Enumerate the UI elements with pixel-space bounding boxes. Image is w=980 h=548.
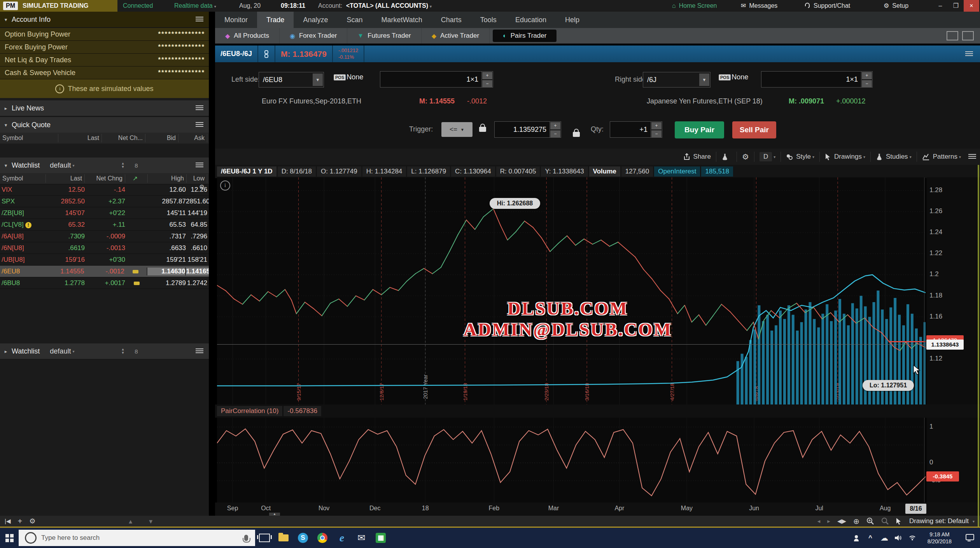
quick-quote-header[interactable]: ▾ Quick Quote — [0, 117, 209, 133]
wl-col-Last[interactable]: Last — [46, 174, 85, 183]
lock-icon[interactable] — [479, 127, 486, 132]
trigger-operator-dropdown[interactable]: <=▼ — [441, 122, 472, 137]
watchlist-row-/ZB[U8][interactable]: /ZB[U8]145'07+0'22145'11144'19 — [0, 207, 209, 219]
onedrive-cloud-icon[interactable]: ☁ — [877, 528, 891, 548]
section-menu-icon[interactable] — [196, 105, 203, 111]
left-symbol-dropdown[interactable]: /6EU8▼ — [259, 72, 324, 88]
network-icon[interactable] — [905, 528, 919, 548]
menu-tab-charts[interactable]: Charts — [432, 12, 471, 28]
price-chart[interactable]: 2017 Year9/15/1712/8/171/19/182/23/183/1… — [217, 177, 926, 404]
wl-col-chart[interactable]: ↗ — [125, 174, 148, 183]
wl-col-Symbol[interactable]: Symbol — [0, 174, 46, 183]
section-menu-icon[interactable] — [196, 17, 203, 22]
watchlist-row-VIX[interactable]: VIX12.50-.1412.6012.26 — [0, 184, 209, 196]
collapse-arrow-icon[interactable]: ▾ — [0, 163, 12, 168]
pan-left-icon[interactable]: ◂ — [817, 518, 821, 525]
drawing-set-selector[interactable]: Drawing set: Default — [909, 517, 969, 525]
share-button[interactable]: Share — [678, 152, 716, 162]
qq-col-Symbol[interactable]: Symbol — [0, 134, 58, 142]
style-dropdown[interactable]: Style▾ — [781, 152, 820, 162]
watchlist-row-/6A[U8][interactable]: /6A[U8].7309-.0009.7317.7296 — [0, 231, 209, 242]
messages-button[interactable]: ✉Messages — [741, 0, 777, 12]
task-view-button[interactable] — [255, 528, 274, 548]
sort-updown-icon[interactable]: ▲▼ — [121, 348, 124, 355]
pairbar-menu-icon[interactable] — [965, 51, 973, 57]
chart-menu-icon[interactable] — [968, 154, 976, 159]
spinner-buttons[interactable]: +− — [861, 72, 872, 87]
gear-icon[interactable]: ⚙ — [29, 517, 35, 525]
tray-expand-icon[interactable]: ^ — [863, 528, 877, 548]
mail-button[interactable]: ✉ — [352, 528, 371, 548]
section-menu-icon[interactable] — [196, 122, 203, 128]
internet-explorer-button[interactable]: e — [332, 528, 352, 548]
watchlist-row-/6BU8[interactable]: /6BU81.2778+.00171.27891.2742 — [0, 277, 209, 289]
chart-info-icon[interactable]: i — [220, 180, 230, 191]
watchlist2-header[interactable]: ▸ Watchlist default▾ ▲▼ 8 — [0, 343, 209, 359]
taskbar-search-input[interactable]: Type here to search — [19, 530, 255, 546]
watchlist2-preset-dropdown[interactable]: default — [50, 347, 71, 355]
spinner-buttons[interactable]: +− — [651, 122, 662, 137]
layout-grid-icon[interactable] — [962, 31, 974, 40]
account-selector[interactable]: <TOTAL> (ALL ACCOUNTS)▾ — [346, 0, 432, 12]
wl-col-High[interactable]: High — [148, 174, 187, 183]
subtab-pairs-trader[interactable]: ◐Pairs Trader — [493, 30, 556, 42]
menu-tab-tools[interactable]: Tools — [471, 12, 506, 28]
people-icon[interactable] — [849, 528, 863, 548]
sort-updown-icon[interactable]: ▲▼ — [121, 162, 124, 169]
live-news-header[interactable]: ▸ Live News — [0, 100, 209, 116]
zoom-out-icon[interactable] — [881, 517, 889, 525]
expand-horizontal-icon[interactable]: ◀▶ — [837, 518, 846, 525]
qq-col-Last[interactable]: Last — [58, 134, 102, 142]
expand-arrow-icon[interactable]: ▸ — [0, 348, 12, 354]
pair-symbol[interactable]: /6EU8-/6J — [215, 46, 258, 62]
drawings-dropdown[interactable]: Drawings▾ — [820, 152, 871, 162]
spinner-buttons[interactable]: +− — [481, 72, 493, 87]
subtab-all-products[interactable]: ◆All Products — [215, 28, 280, 44]
studies-dropdown[interactable]: Studies▾ — [871, 152, 917, 162]
microphone-icon[interactable] — [244, 535, 248, 541]
menu-tab-scan[interactable]: Scan — [337, 12, 372, 28]
qty-input[interactable]: +1+− — [610, 121, 662, 138]
pointer-tool-icon[interactable] — [896, 518, 902, 525]
zoom-in-icon[interactable] — [866, 517, 874, 525]
setup-button[interactable]: ⚙Setup — [884, 0, 908, 12]
account-info-header[interactable]: ▾ Account Info — [0, 12, 209, 28]
menu-tab-help[interactable]: Help — [556, 12, 589, 28]
buy-pair-button[interactable]: Buy Pair — [675, 121, 724, 138]
link-chain-icon[interactable]: 8 — [135, 162, 138, 169]
right-ratio-spinner[interactable]: 1×1+− — [761, 71, 873, 88]
subtab-active-trader[interactable]: ◆Active Trader — [422, 28, 490, 44]
spinner-buttons[interactable]: +− — [550, 122, 561, 137]
realtime-data-status[interactable]: Realtime data▾ — [174, 0, 216, 12]
correlation-study-label[interactable]: PairCorrelation (10) — [217, 406, 282, 416]
scroll-up-icon[interactable]: ▲ — [128, 518, 133, 525]
subtab-futures-trader[interactable]: ▼Futures Trader — [347, 28, 421, 44]
watchlist-row-/UB[U8][interactable]: /UB[U8]159'16+0'30159'21158'21 — [0, 254, 209, 266]
home-screen-button[interactable]: ⌂Home Screen — [672, 0, 717, 12]
speaker-icon[interactable] — [891, 528, 905, 548]
collapse-sidebar-icon[interactable]: |◀ — [5, 518, 10, 525]
menu-tab-monitor[interactable]: Monitor — [215, 12, 257, 28]
link-chain-icon[interactable]: 8 — [135, 348, 138, 355]
qq-col-Net Ch...[interactable]: Net Ch... — [102, 134, 145, 142]
start-button[interactable] — [0, 528, 19, 548]
menu-tab-education[interactable]: Education — [506, 12, 556, 28]
watchlist-row-/6EU8[interactable]: /6EU81.14555-.00121.146301.14165 — [0, 266, 209, 277]
sell-pair-button[interactable]: Sell Pair — [732, 121, 776, 138]
pm-badge[interactable]: PM — [3, 2, 18, 10]
collapse-arrow-icon[interactable]: ▾ — [0, 122, 12, 128]
correlation-chart[interactable] — [217, 418, 926, 502]
chart-settings-button[interactable]: ⚙ — [737, 152, 754, 162]
collapse-arrow-icon[interactable]: ▾ — [0, 17, 12, 23]
quick-study-button[interactable] — [716, 152, 737, 162]
menu-tab-analyze[interactable]: Analyze — [294, 12, 337, 28]
watchlist-row-/6N[U8][interactable]: /6N[U8].6619-.0013.6633.6610 — [0, 242, 209, 254]
wl-col-Net Chng[interactable]: Net Chng — [85, 174, 125, 183]
add-icon[interactable]: + — [18, 517, 22, 526]
minimize-button[interactable]: – — [933, 0, 948, 12]
patterns-dropdown[interactable]: Patterns▾ — [917, 152, 966, 162]
taskbar-clock[interactable]: 9:18 AM8/20/2018 — [919, 528, 960, 548]
action-center-icon[interactable] — [960, 528, 980, 548]
app-button[interactable]: ▦ — [371, 528, 390, 548]
menu-tab-marketwatch[interactable]: MarketWatch — [372, 12, 431, 28]
